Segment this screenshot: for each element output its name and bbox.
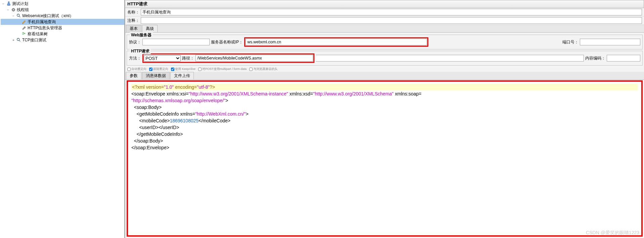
web-server-group: Web服务器 协议： 服务器名称或IP： 端口号： xyxy=(127,35,643,49)
svg-rect-6 xyxy=(24,33,26,34)
svg-rect-5 xyxy=(23,34,24,35)
method-label: 方法： xyxy=(129,55,141,61)
tree-label: 测试计划 xyxy=(12,1,28,7)
server-label: 服务器名称或IP： xyxy=(211,39,243,45)
tree-label: HTTP信息头管理器 xyxy=(28,25,62,31)
tab-upload[interactable]: 文件上传 xyxy=(170,72,194,79)
svg-rect-4 xyxy=(23,32,24,33)
path-input[interactable] xyxy=(196,55,313,62)
main-panel: HTTP请求 名称： 注释： 基本 高级 Web服务器 协议： 服务器名称或IP… xyxy=(125,0,644,238)
port-input[interactable] xyxy=(580,39,640,45)
comment-label: 注释： xyxy=(127,18,139,24)
follow-redirect-check[interactable]: 跟随重定向 xyxy=(149,67,168,71)
config-tabs: 基本 高级 xyxy=(125,25,644,33)
tree-label: 线程组 xyxy=(17,7,29,13)
tree-view-results[interactable]: 察看结果树 xyxy=(1,31,124,37)
xml-decl: <?xml version= xyxy=(132,84,164,90)
collapse-icon[interactable]: − xyxy=(1,2,5,6)
svg-line-3 xyxy=(19,16,20,17)
auto-redirect-check[interactable]: 自动重定向 xyxy=(127,67,146,71)
expand-icon[interactable]: + xyxy=(11,38,15,42)
http-request-group: HTTP请求 方法： POST 路径： 内容编码： xyxy=(127,51,643,66)
tree-label: TCP接口测试 xyxy=(22,37,46,43)
tree-tcp-test[interactable]: + TCP接口测试 xyxy=(1,37,124,43)
tab-params[interactable]: 参数 xyxy=(126,72,141,79)
web-server-legend: Web服务器 xyxy=(130,32,153,38)
path-input-ext[interactable] xyxy=(316,55,584,62)
method-select[interactable]: POST xyxy=(144,55,181,62)
options-row: 自动重定向 跟随重定向 使用 KeepAlive 对POST使用multipar… xyxy=(125,66,644,72)
name-input[interactable] xyxy=(141,9,642,15)
controller-icon xyxy=(16,13,22,18)
tab-advanced[interactable]: 高级 xyxy=(142,25,158,32)
tree-panel: − 测试计划 − 线程组 − Webservice接口测试（xml） 手机归属地… xyxy=(0,0,125,238)
tree-mobile-query[interactable]: 手机归属地查询 xyxy=(1,19,124,25)
controller-icon xyxy=(16,38,22,43)
comment-input[interactable] xyxy=(141,17,642,24)
protocol-input[interactable] xyxy=(142,39,210,45)
protocol-label: 协议： xyxy=(129,39,141,45)
svg-point-2 xyxy=(17,14,19,16)
port-label: 端口号： xyxy=(562,39,578,45)
http-request-legend: HTTP请求 xyxy=(130,48,151,54)
svg-point-1 xyxy=(13,9,14,10)
multipart-check[interactable]: 对POST使用multipart / form-data xyxy=(198,67,247,71)
name-row: 名称： xyxy=(125,8,644,16)
server-input[interactable] xyxy=(246,39,427,45)
tree-test-plan[interactable]: − 测试计划 xyxy=(1,1,124,7)
body-tabs: 参数 消息体数据 文件上传 xyxy=(125,72,644,80)
tree-thread-group[interactable]: − 线程组 xyxy=(1,7,124,13)
svg-point-9 xyxy=(17,38,19,41)
encoding-label: 内容编码： xyxy=(585,55,605,61)
collapse-icon[interactable]: − xyxy=(6,8,10,12)
path-label: 路径： xyxy=(182,55,194,61)
listener-icon xyxy=(22,32,27,37)
svg-line-7 xyxy=(24,33,24,34)
keepalive-check[interactable]: 使用 KeepAlive xyxy=(171,67,196,71)
name-label: 名称： xyxy=(127,9,139,15)
comment-row: 注释： xyxy=(125,16,644,25)
collapse-icon[interactable]: − xyxy=(11,14,15,18)
tab-body[interactable]: 消息体数据 xyxy=(142,72,170,79)
watermark: CSDN @爱笑的眼睛1223 xyxy=(586,230,639,236)
tree-label: 手机归属地查询 xyxy=(28,19,56,25)
sampler-icon xyxy=(22,19,27,25)
tree-webservice[interactable]: − Webservice接口测试（xml） xyxy=(1,13,124,19)
svg-line-10 xyxy=(19,40,20,42)
gear-icon xyxy=(11,7,16,12)
browser-compat-check[interactable]: 与浏览器兼容的头 xyxy=(249,67,277,71)
body-editor[interactable]: <?xml version="1.0" encoding="utf-8"?> <… xyxy=(127,80,643,237)
panel-title: HTTP请求 xyxy=(125,0,644,8)
tab-basic[interactable]: 基本 xyxy=(126,25,141,32)
tree-label: 察看结果树 xyxy=(28,31,48,37)
config-icon xyxy=(22,26,27,31)
svg-line-8 xyxy=(24,34,24,34)
tree-http-header[interactable]: HTTP信息头管理器 xyxy=(1,25,124,31)
flask-icon xyxy=(6,1,11,6)
tree-label: Webservice接口测试（xml） xyxy=(22,13,74,19)
encoding-input[interactable] xyxy=(607,55,640,62)
